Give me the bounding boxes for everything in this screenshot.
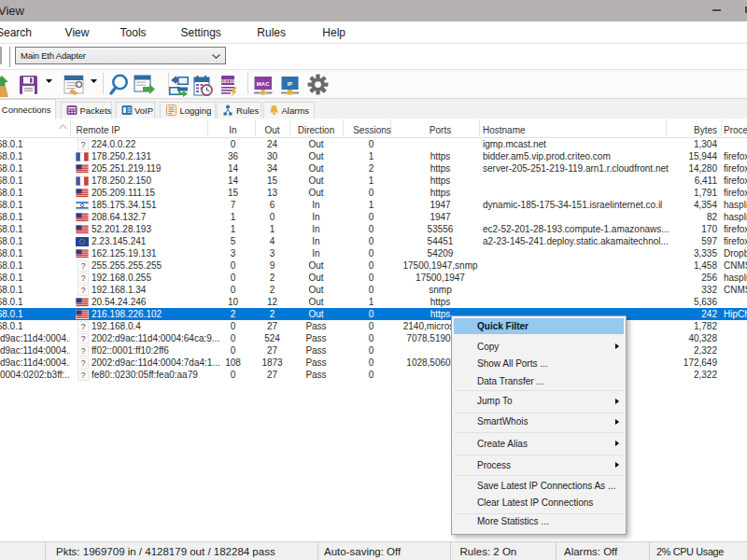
svg-text:10110: 10110 xyxy=(220,78,234,84)
svg-text:IP: IP xyxy=(288,81,293,87)
svg-text:MAC: MAC xyxy=(257,81,270,87)
